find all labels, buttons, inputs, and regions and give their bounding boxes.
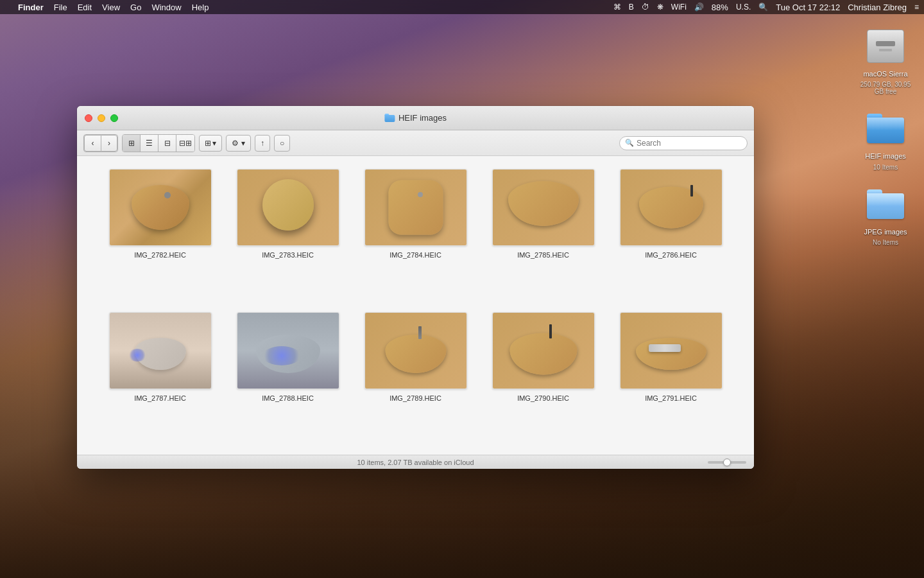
menu-finder[interactable]: Finder — [18, 3, 44, 12]
file-item-2787[interactable]: IMG_2787.HEIC — [96, 312, 224, 442]
file-label-2786: IMG_2786.HEIC — [645, 251, 697, 259]
thumbnail-2787 — [109, 312, 212, 389]
zoom-slider[interactable] — [708, 461, 746, 464]
battery-percent: 88% — [712, 3, 728, 12]
thumb-img-2785 — [493, 170, 594, 245]
arrange-chevron: ▾ — [212, 139, 216, 148]
hdd-icon-img — [865, 26, 906, 67]
hard-drive-icon — [867, 30, 904, 63]
jpeg-folder-icon — [867, 189, 904, 219]
folder-light — [867, 118, 904, 130]
thumbnail-2786 — [620, 169, 723, 246]
file-item-2785[interactable]: IMG_2785.HEIC — [479, 169, 607, 299]
file-item-2786[interactable]: IMG_2786.HEIC — [607, 169, 735, 299]
thumbnail-2783 — [237, 169, 339, 246]
wifi-icon[interactable]: WiFi — [671, 3, 687, 12]
time-machine-icon[interactable]: ⏱ — [642, 3, 649, 12]
file-label-2782: IMG_2782.HEIC — [134, 251, 186, 259]
thumbnail-2791 — [620, 312, 723, 389]
minimize-button[interactable] — [98, 114, 105, 122]
menu-edit[interactable]: Edit — [78, 3, 92, 12]
bluetooth2-icon[interactable]: ❋ — [657, 3, 663, 12]
file-item-2788[interactable]: IMG_2788.HEIC — [224, 312, 352, 442]
heif-images-label: HEIF images — [865, 152, 906, 161]
close-button[interactable] — [85, 114, 92, 122]
menu-bar: Finder File Edit View Go Window Help ⌘ B… — [0, 0, 924, 14]
view-list-button[interactable]: ☰ — [141, 135, 158, 152]
menu-bar-left: Finder File Edit View Go Window Help — [5, 3, 209, 12]
status-text: 10 items, 2.07 TB available on iCloud — [357, 459, 474, 466]
search-icon: 🔍 — [625, 139, 634, 147]
desktop-icon-heif-images[interactable]: HEIF images 10 Items — [860, 108, 911, 170]
action-button[interactable]: ⚙ ▾ — [226, 135, 251, 152]
folder-light-jpeg — [867, 193, 904, 206]
menu-go[interactable]: Go — [130, 3, 141, 12]
menu-file[interactable]: File — [54, 3, 67, 12]
title-folder-icon — [384, 114, 395, 122]
menu-view[interactable]: View — [102, 3, 120, 12]
language-icon[interactable]: U.S. — [736, 3, 751, 12]
macos-sierra-sublabel: 250.79 GB, 30.95 GB free — [860, 81, 911, 95]
jpeg-folder-icon-img — [865, 184, 906, 225]
heif-images-sublabel: 10 Items — [873, 164, 898, 171]
macos-sierra-label: macOS Sierra — [863, 69, 907, 78]
file-item-2782[interactable]: IMG_2782.HEIC — [96, 169, 224, 299]
volume-icon[interactable]: 🔊 — [694, 3, 704, 12]
file-item-2791[interactable]: IMG_2791.HEIC — [607, 312, 735, 442]
file-item-2790[interactable]: IMG_2790.HEIC — [479, 312, 607, 442]
share-icon: ↑ — [261, 139, 264, 148]
folder-body — [867, 118, 904, 143]
file-label-2784: IMG_2784.HEIC — [389, 251, 441, 259]
desktop-icon-jpeg-images[interactable]: JPEG images No Items — [860, 184, 911, 246]
desktop-icons-container: macOS Sierra 250.79 GB, 30.95 GB free HE… — [860, 26, 911, 246]
menu-help[interactable]: Help — [192, 3, 209, 12]
menu-bar-user[interactable]: Christian Zibreg — [848, 3, 907, 12]
desktop-icon-macos-sierra[interactable]: macOS Sierra 250.79 GB, 30.95 GB free — [860, 26, 911, 95]
view-coverflow-button[interactable]: ⊟⊞ — [176, 135, 194, 152]
thumb-img-2790 — [493, 313, 594, 389]
arrange-button[interactable]: ⊞ ▾ — [199, 135, 222, 152]
action-chevron: ▾ — [241, 139, 245, 148]
file-label-2788: IMG_2788.HEIC — [262, 394, 314, 402]
back-button[interactable]: ‹ — [84, 135, 101, 152]
heif-folder-icon-img — [865, 108, 906, 149]
menu-window[interactable]: Window — [151, 3, 181, 12]
nav-buttons: ‹ › — [83, 134, 118, 152]
gear-icon: ⚙ — [232, 139, 239, 148]
view-column-button[interactable]: ⊟ — [158, 135, 176, 152]
thumbnail-2785 — [492, 169, 595, 246]
forward-button[interactable]: › — [101, 135, 117, 152]
notification-center-icon[interactable]: ≡ — [914, 3, 919, 12]
file-item-2783[interactable]: IMG_2783.HEIC — [224, 169, 352, 299]
finder-window: HEIF images ‹ › ⊞ ☰ ⊟ ⊟⊞ ⊞ ▾ ⚙ ▾ ↑ ○ — [77, 106, 754, 469]
jpeg-images-label: JPEG images — [864, 227, 907, 236]
view-icon-button[interactable]: ⊞ — [123, 135, 141, 152]
toolbar: ‹ › ⊞ ☰ ⊟ ⊟⊞ ⊞ ▾ ⚙ ▾ ↑ ○ 🔍 — [77, 130, 754, 156]
tag-button[interactable]: ○ — [274, 135, 290, 152]
thumb-img-2786 — [620, 170, 722, 245]
slider-thumb[interactable] — [723, 459, 731, 466]
window-title: HEIF images — [384, 113, 447, 123]
thumbnail-2788 — [237, 312, 339, 389]
maximize-button[interactable] — [110, 114, 118, 122]
file-label-2787: IMG_2787.HEIC — [134, 394, 186, 402]
file-grid: IMG_2782.HEIC IMG_2783.HEIC IMG_2784.HEI… — [77, 156, 754, 455]
file-label-2791: IMG_2791.HEIC — [645, 394, 697, 402]
file-item-2784[interactable]: IMG_2784.HEIC — [352, 169, 479, 299]
spotlight-icon[interactable]: 🔍 — [758, 3, 768, 12]
title-folder-body — [384, 115, 395, 122]
file-item-2789[interactable]: IMG_2789.HEIC — [352, 312, 479, 442]
file-label-2785: IMG_2785.HEIC — [517, 251, 569, 259]
slider-track — [708, 461, 746, 464]
bluetooth-icon[interactable]: B — [629, 3, 634, 12]
thumbnail-2782 — [109, 169, 212, 246]
share-button[interactable]: ↑ — [255, 135, 270, 152]
thumbnail-2790 — [492, 312, 595, 389]
heif-folder-icon — [867, 114, 904, 143]
file-label-2789: IMG_2789.HEIC — [389, 394, 441, 402]
menu-bar-right: ⌘ B ⏱ ❋ WiFi 🔊 88% U.S. 🔍 Tue Oct 17 22:… — [613, 3, 919, 12]
search-box[interactable]: 🔍 — [619, 136, 748, 150]
thumb-img-2789 — [365, 313, 466, 389]
search-input[interactable] — [637, 139, 742, 148]
traffic-lights — [85, 114, 118, 122]
